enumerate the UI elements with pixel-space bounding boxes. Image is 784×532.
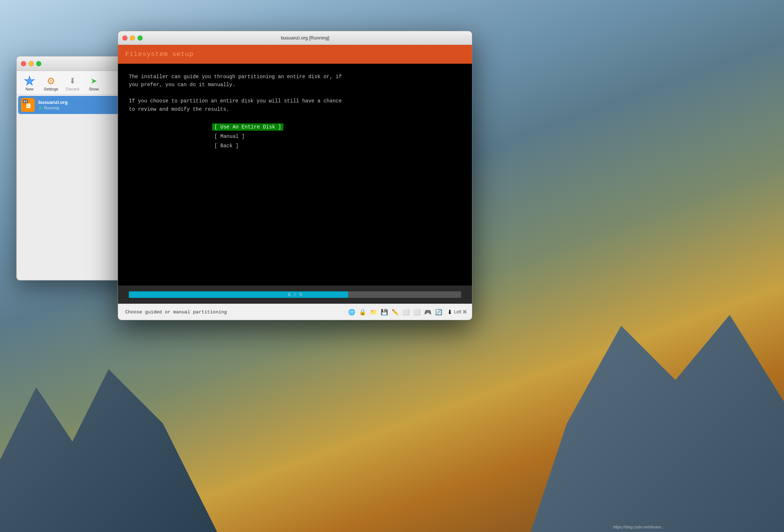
statusbar-icon-edit[interactable]: ✏️ — [391, 308, 400, 316]
vbox-titlebar — [17, 56, 132, 71]
discard-label: Discard — [66, 87, 79, 91]
vm-window: busuanzi.org [Running] Filesystem setup … — [118, 31, 472, 320]
statusbar-keyboard-shortcut: Left ⌘ — [456, 308, 465, 316]
term-spacer — [118, 154, 472, 286]
vm-minimize-button[interactable] — [130, 35, 135, 41]
vm-header-title: Filesystem setup — [125, 51, 194, 58]
vm-status-icon: ➤ — [38, 105, 43, 111]
settings-label: Settings — [44, 87, 58, 91]
vm-terminal-body[interactable]: The installer can guide you through part… — [118, 64, 472, 286]
vm-title: busuanzi.org [Running] — [143, 35, 468, 41]
progress-text: 6 / 9 — [288, 292, 302, 297]
status-text: Choose guided or manual partitioning — [125, 309, 227, 315]
vbox-toolbar: New Settings Discard Show — [17, 71, 132, 94]
term-line-4: If you choose to partition an entire dis… — [129, 97, 461, 105]
close-button[interactable] — [21, 61, 26, 66]
menu-item-2[interactable]: [ Back ] — [212, 141, 461, 151]
vm-window-titlebar: busuanzi.org [Running] — [118, 31, 472, 45]
maximize-button[interactable] — [36, 61, 41, 66]
minimize-button[interactable] — [29, 61, 34, 66]
menu-item-1[interactable]: [ Manual ] — [212, 132, 461, 141]
statusbar-icon-lock[interactable]: 🔒 — [358, 308, 367, 316]
discard-button[interactable]: Discard — [63, 74, 83, 93]
statusbar-right: 🌐 🔒 📁 💾 ✏️ ⬜ ⬜ 🎮 🔄 ⬇ Left ⌘ — [347, 308, 465, 316]
vm-list-item[interactable]: 64 🖥 busuanzi.org ➤ Running — [18, 96, 130, 114]
show-icon — [88, 75, 100, 87]
vm-maximize-button[interactable] — [138, 35, 143, 41]
vm-status: ➤ Running — [38, 105, 127, 111]
new-icon — [24, 75, 35, 87]
vm-close-button[interactable] — [122, 35, 127, 41]
new-button[interactable]: New — [20, 74, 39, 93]
vm-statusbar: Choose guided or manual partitioning 🌐 🔒… — [118, 304, 472, 320]
vm-header: Filesystem setup — [118, 45, 472, 64]
menu-item-label-0: [ Use An Entire Disk ] — [212, 123, 283, 131]
vm-badge-64: 64 — [23, 100, 28, 103]
vm-term-menu: [ Use An Entire Disk ] [ Manual ] [ Back… — [118, 119, 472, 154]
vm-badge-icon: 🖥 — [25, 102, 31, 110]
show-button[interactable]: Show — [84, 74, 104, 93]
progress-bar-fill — [129, 291, 348, 298]
statusbar-icon-globe[interactable]: 🌐 — [347, 308, 356, 316]
new-label: New — [25, 87, 33, 91]
term-line-2: you prefer, you can do it manually. — [129, 81, 461, 89]
statusbar-icon-display1[interactable]: ⬜ — [402, 308, 410, 316]
vm-name: busuanzi.org — [38, 100, 127, 105]
show-label: Show — [89, 87, 99, 91]
menu-item-label-1: [ Manual ] — [212, 133, 247, 140]
term-line-1: The installer can guide you through part… — [129, 73, 461, 81]
vm-status-text: Running — [44, 106, 59, 110]
traffic-lights — [21, 61, 41, 66]
statusbar-icon-display2[interactable]: ⬜ — [413, 308, 421, 316]
discard-icon — [67, 75, 78, 87]
statusbar-icon-folder[interactable]: 📁 — [369, 308, 378, 316]
menu-item-0[interactable]: [ Use An Entire Disk ] — [212, 122, 461, 132]
vm-progress-area: 6 / 9 — [118, 286, 472, 304]
vm-term-text: The installer can guide you through part… — [118, 64, 472, 119]
vm-info: busuanzi.org ➤ Running — [38, 100, 127, 111]
vbox-manager-window: New Settings Discard Show 64 🖥 busuanzi.… — [16, 56, 132, 280]
vm-list: 64 🖥 busuanzi.org ➤ Running — [17, 94, 132, 115]
settings-button[interactable]: Settings — [41, 74, 61, 93]
statusbar-icon-download[interactable]: ⬇ — [445, 308, 454, 316]
statusbar-icon-refresh[interactable]: 🔄 — [434, 308, 443, 316]
url-bar: https://blog.csdn.net/dream... — [613, 525, 665, 529]
menu-items-container: [ Use An Entire Disk ] [ Manual ] [ Back… — [212, 122, 461, 151]
menu-item-label-2: [ Back ] — [212, 142, 241, 149]
statusbar-icon-controller[interactable]: 🎮 — [423, 308, 432, 316]
settings-icon — [45, 75, 57, 87]
statusbar-icon-save[interactable]: 💾 — [380, 308, 389, 316]
term-line-5: to review and modify the results. — [129, 105, 461, 113]
vm-badge: 64 🖥 — [21, 98, 35, 112]
vm-traffic-lights — [122, 35, 143, 41]
